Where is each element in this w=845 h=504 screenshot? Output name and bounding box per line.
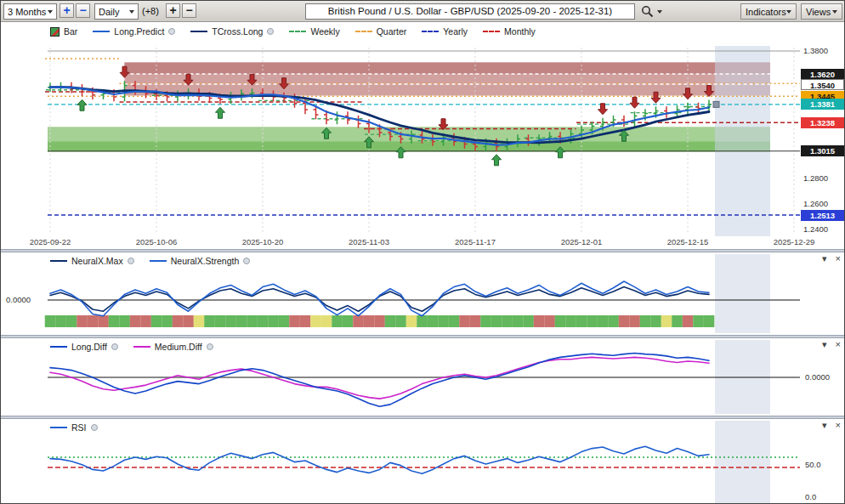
search-icon (641, 5, 654, 18)
range-decrease-button[interactable]: − (76, 3, 90, 18)
line-swatch (190, 31, 207, 32)
x-axis-label: 2025-09-22 (16, 237, 84, 246)
x-axis-label: 2025-10-20 (229, 237, 297, 246)
interval-value: Daily (99, 7, 119, 17)
x-axis-label: 2025-10-06 (122, 237, 190, 246)
info-icon[interactable] (111, 343, 118, 350)
views-label: Views (806, 7, 831, 17)
legend-label: Bar (64, 26, 77, 37)
price-chart[interactable] (1, 22, 845, 249)
x-axis-label: 2025-12-15 (654, 237, 722, 246)
y-axis-label: 1.2600 (803, 199, 828, 208)
panel-controls: ▾ × (822, 339, 841, 350)
legend-label: Weekly (310, 26, 339, 37)
panel-close-icon[interactable]: × (836, 253, 841, 264)
price-tag: 1.3540 (801, 79, 844, 90)
timeframe-select[interactable]: 3 Months (3, 3, 57, 20)
remove-bars-button[interactable]: − (182, 3, 196, 18)
legend-item-medium-diff[interactable]: Medium.Diff (133, 342, 213, 352)
legend-item-yearly[interactable]: Yearly (422, 26, 468, 37)
legend-label: Medium.Diff (155, 342, 202, 352)
panel-close-icon[interactable]: × (836, 339, 841, 350)
legend-label: Monthly (504, 26, 536, 37)
chevron-down-icon (786, 10, 791, 14)
indicators-label: Indicators (746, 7, 786, 17)
legend-item-quarter[interactable]: Quarter (355, 26, 407, 37)
line-swatch (422, 31, 439, 32)
panel-collapse-icon[interactable]: ▾ (822, 339, 827, 350)
legend-label: Long.Diff (71, 342, 107, 352)
indicators-button[interactable]: Indicators (740, 3, 797, 20)
legend-label: NeuralX.Max (71, 256, 123, 266)
legend-label: Yearly (443, 26, 468, 37)
trading-app-window: 3 Months + − Daily (+8) + − British Poun… (0, 0, 845, 504)
price-tag: 1.2513 (801, 210, 844, 221)
legend-item-monthly[interactable]: Monthly (483, 26, 536, 37)
toolbar: 3 Months + − Daily (+8) + − British Poun… (1, 1, 844, 22)
legend-item-tcross-long[interactable]: TCross.Long (190, 26, 274, 37)
neuralx-panel: NeuralX.MaxNeuralX.Strength 0.0000 ▾ × (1, 252, 845, 335)
legend-label: NeuralX.Strength (171, 256, 240, 266)
rsi-chart[interactable] (1, 419, 845, 504)
legend-item-long-predict[interactable]: Long.Predict (93, 26, 175, 37)
price-chart-panel: BarLong.PredictTCross.LongWeeklyQuarterY… (1, 22, 845, 249)
panel-resize-handle[interactable] (1, 416, 845, 419)
legend-label: Quarter (377, 26, 407, 37)
legend-item-long-diff[interactable]: Long.Diff (50, 342, 118, 352)
bars-offset-label: (+8) (142, 3, 159, 20)
symbol-search-control[interactable] (641, 3, 668, 20)
info-icon[interactable] (207, 343, 213, 350)
chevron-down-icon (832, 10, 837, 14)
price-tag: 1.3238 (801, 117, 844, 128)
views-button[interactable]: Views (801, 3, 842, 20)
panel-controls: ▾ × (822, 253, 841, 264)
diff-legend: Long.DiffMedium.Diff (50, 342, 213, 352)
chevron-down-icon (129, 10, 134, 14)
legend-label: RSI (71, 422, 87, 433)
panel-collapse-icon[interactable]: ▾ (822, 420, 827, 431)
legend-item-neuralx-strength[interactable]: NeuralX.Strength (150, 256, 251, 266)
chart-title: British Pound / U.S. Dollar - GBP/USD (2… (305, 3, 635, 20)
y-axis-label: 1.2400 (803, 224, 828, 234)
panel-resize-handle[interactable] (1, 335, 845, 338)
panel-collapse-icon[interactable]: ▾ (822, 253, 827, 264)
interval-select[interactable]: Daily (94, 3, 139, 20)
y-axis-label: 1.3800 (803, 46, 828, 55)
info-icon[interactable] (168, 28, 175, 35)
info-icon[interactable] (91, 424, 98, 431)
neuralx-zero-label: 0.0000 (6, 295, 31, 304)
legend-item-neuralx-max[interactable]: NeuralX.Max (50, 256, 134, 266)
legend-label: TCross.Long (212, 26, 263, 37)
add-bars-button[interactable]: + (166, 3, 180, 18)
info-icon[interactable] (243, 258, 250, 264)
x-axis-label: 2025-11-17 (441, 237, 509, 246)
line-swatch (50, 427, 67, 428)
line-swatch (93, 31, 110, 32)
info-icon[interactable] (128, 258, 134, 264)
line-swatch (289, 31, 306, 32)
chevron-down-icon (657, 10, 662, 14)
line-swatch (50, 260, 67, 262)
panel-resize-handle[interactable] (1, 249, 845, 252)
legend-item-weekly[interactable]: Weekly (289, 26, 339, 37)
rsi-legend: RSI (50, 422, 98, 433)
price-tag: 1.3015 (801, 145, 844, 156)
rsi-50-label: 50.0 (805, 460, 821, 469)
line-swatch (150, 260, 167, 262)
y-axis-label: 1.2800 (803, 173, 828, 183)
info-icon[interactable] (267, 28, 274, 35)
line-swatch (355, 31, 372, 32)
panel-close-icon[interactable]: × (836, 420, 841, 431)
rsi-panel: RSI 50.0 0.0 ▾ × (1, 419, 845, 504)
legend-item-bar[interactable]: Bar (50, 26, 77, 37)
x-axis-label: 2025-12-29 (760, 237, 828, 246)
rsi-0-label: 0.0 (805, 492, 816, 501)
legend-label: Long.Predict (114, 26, 164, 37)
range-increase-button[interactable]: + (60, 3, 74, 18)
timeframe-value: 3 Months (8, 7, 46, 17)
line-swatch (50, 346, 67, 348)
legend-item-rsi[interactable]: RSI (50, 422, 98, 433)
chevron-down-icon (48, 10, 53, 14)
x-axis-label: 2025-12-01 (547, 237, 615, 246)
bar-icon (50, 27, 60, 37)
